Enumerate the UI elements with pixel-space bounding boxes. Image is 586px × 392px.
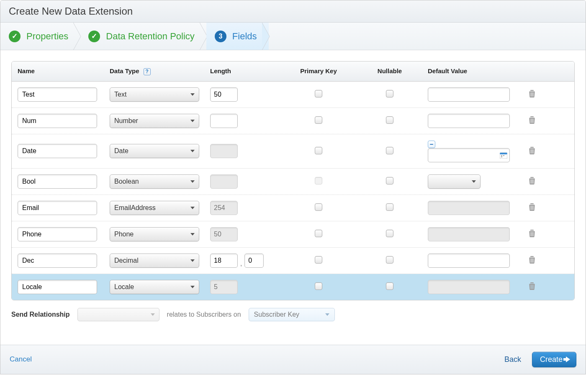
field-row: Phone (12, 221, 574, 248)
field-row: EmailAddress (12, 195, 574, 221)
help-icon[interactable]: ? (144, 68, 151, 75)
back-button[interactable]: Back (504, 355, 521, 364)
delete-row-button[interactable] (528, 179, 536, 186)
send-relationship-label: Send Relationship (11, 311, 70, 318)
field-name-input[interactable] (18, 201, 97, 215)
svg-rect-3 (503, 155, 504, 156)
date-default-toggle[interactable] (428, 141, 435, 148)
length-input[interactable] (210, 254, 238, 268)
data-type-select[interactable]: Date (110, 144, 199, 158)
arrow-right-icon (566, 356, 570, 362)
step-fields[interactable]: 3 Fields (206, 23, 269, 50)
field-row: Date (12, 134, 574, 169)
primary-key-checkbox[interactable] (315, 203, 322, 211)
primary-key-checkbox[interactable] (315, 282, 322, 290)
delete-row-button[interactable] (528, 284, 536, 292)
delete-row-button[interactable] (528, 232, 536, 239)
field-row: Locale (12, 274, 574, 300)
data-type-select[interactable]: Decimal (110, 254, 199, 268)
fields-grid: Name Data Type ? Length Primary Key Null… (11, 61, 575, 300)
step-number-badge: 3 (215, 31, 226, 42)
dialog: Create New Data Extension Properties Dat… (0, 0, 586, 374)
primary-key-checkbox[interactable] (315, 147, 322, 154)
nullable-checkbox[interactable] (386, 282, 393, 290)
primary-key-checkbox[interactable] (315, 116, 322, 124)
nullable-checkbox[interactable] (386, 203, 393, 211)
delete-row-button[interactable] (528, 205, 536, 213)
step-label: Fields (232, 31, 257, 42)
col-datatype: Data Type ? (107, 67, 208, 75)
primary-key-checkbox[interactable] (315, 256, 322, 264)
nullable-checkbox[interactable] (386, 147, 393, 154)
delete-row-button[interactable] (528, 92, 536, 99)
field-row: Boolean (12, 169, 574, 195)
col-nullable: Nullable (354, 67, 425, 75)
col-default-value: Default Value (425, 67, 517, 75)
step-data-retention[interactable]: Data Retention Policy (80, 23, 206, 50)
field-name-input[interactable] (18, 254, 97, 268)
default-value-input (428, 280, 510, 294)
scale-input[interactable] (244, 254, 264, 268)
default-value-select[interactable] (428, 174, 481, 189)
content-area: Name Data Type ? Length Primary Key Null… (0, 50, 586, 332)
svg-rect-4 (501, 156, 502, 157)
calendar-icon[interactable] (500, 152, 507, 159)
length-input (210, 174, 238, 189)
step-label: Data Retention Policy (106, 31, 195, 42)
field-row: Decimal, (12, 248, 574, 274)
default-value-input[interactable] (428, 114, 510, 128)
default-value-input (428, 201, 510, 215)
col-length: Length (208, 67, 283, 75)
length-input (210, 201, 238, 215)
primary-key-checkbox[interactable] (315, 230, 322, 237)
default-value-input[interactable] (428, 148, 510, 162)
col-primary-key: Primary Key (283, 67, 354, 75)
col-name: Name (15, 67, 107, 75)
nullable-checkbox[interactable] (386, 116, 393, 124)
length-input (210, 144, 238, 158)
nullable-checkbox[interactable] (386, 230, 393, 237)
delete-row-button[interactable] (528, 149, 536, 156)
field-name-input[interactable] (18, 280, 97, 294)
field-name-input[interactable] (18, 174, 97, 189)
wizard-steps: Properties Data Retention Policy 3 Field… (0, 23, 586, 50)
default-value-input[interactable] (428, 87, 510, 102)
svg-rect-1 (500, 153, 507, 154)
length-input[interactable] (210, 87, 238, 102)
step-properties[interactable]: Properties (0, 23, 80, 50)
default-value-input[interactable] (428, 254, 510, 268)
default-value-input (428, 227, 510, 241)
data-type-select[interactable]: Boolean (110, 174, 199, 189)
length-input (210, 227, 238, 241)
data-type-select[interactable]: Phone (110, 227, 199, 241)
nullable-checkbox[interactable] (386, 177, 393, 184)
check-icon (9, 31, 21, 42)
field-name-input[interactable] (18, 114, 97, 128)
field-row: Text (12, 82, 574, 108)
cancel-button[interactable]: Cancel (10, 355, 32, 364)
data-type-select[interactable]: Number (110, 114, 199, 128)
nullable-checkbox[interactable] (386, 90, 393, 97)
primary-key-checkbox (315, 177, 322, 184)
create-button[interactable]: Create (532, 352, 576, 367)
svg-rect-2 (501, 155, 502, 156)
dialog-title: Create New Data Extension (0, 0, 586, 23)
step-label: Properties (26, 31, 68, 42)
delete-row-button[interactable] (528, 118, 536, 126)
length-input (210, 280, 238, 294)
data-type-select[interactable]: Text (110, 87, 199, 102)
field-name-input[interactable] (18, 144, 97, 158)
delete-row-button[interactable] (528, 258, 536, 265)
nullable-checkbox[interactable] (386, 256, 393, 264)
length-input[interactable] (210, 114, 238, 128)
data-type-select[interactable]: EmailAddress (110, 201, 199, 215)
send-relationship: Send Relationship relates to Subscribers… (11, 308, 575, 321)
primary-key-checkbox[interactable] (315, 90, 322, 97)
data-type-select[interactable]: Locale (110, 280, 199, 294)
field-name-input[interactable] (18, 87, 97, 102)
subscriber-key-select[interactable]: Subscriber Key (249, 308, 335, 321)
check-icon (88, 31, 100, 42)
send-relationship-field-select[interactable] (77, 308, 159, 321)
field-name-input[interactable] (18, 227, 97, 241)
dialog-footer: Cancel Back Create (0, 345, 586, 374)
